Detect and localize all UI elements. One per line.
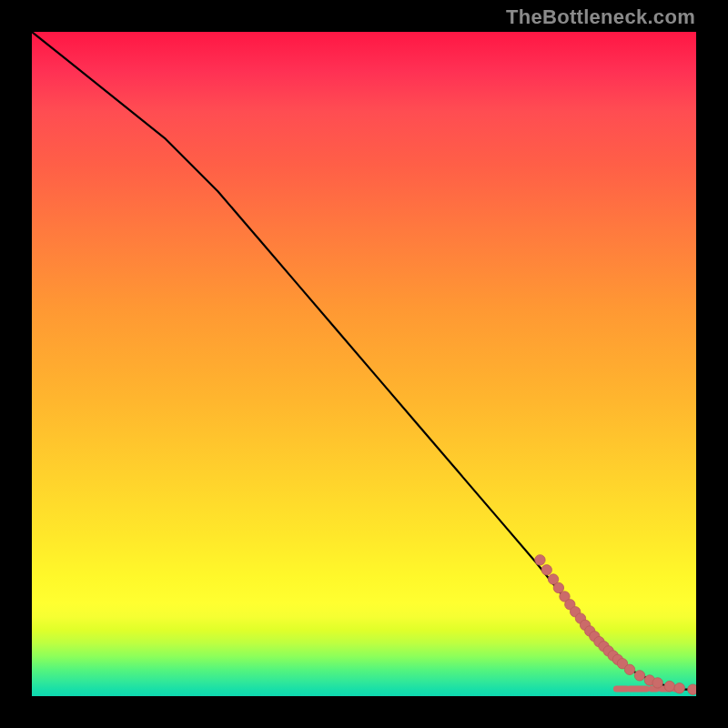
chart-container: TheBottleneck.com	[0, 0, 728, 728]
watermark-text: TheBottleneck.com	[506, 5, 695, 29]
plot-background-gradient	[32, 32, 696, 696]
